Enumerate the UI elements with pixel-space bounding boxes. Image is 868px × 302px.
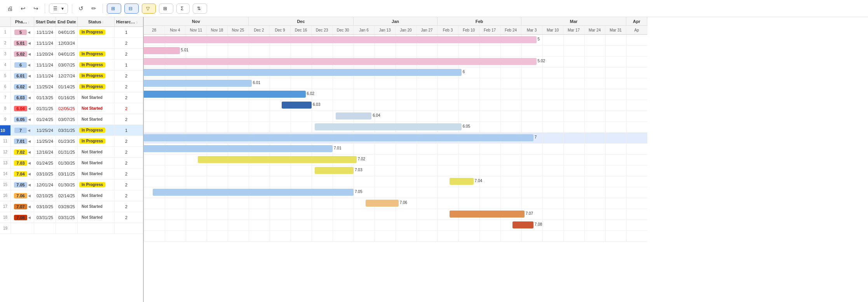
columns-button[interactable]: ⊟ — [124, 4, 139, 14]
gantt-bar[interactable] — [144, 145, 333, 152]
status-cell: In Progress — [78, 27, 115, 37]
group-button[interactable]: ⊞ — [159, 4, 173, 14]
table-row[interactable]: 127.02◀12/16/2401/31/25Not Started2 — [0, 147, 143, 158]
gantt-bar[interactable] — [153, 189, 354, 196]
start-date: 11/11/24 — [34, 27, 56, 37]
gantt-bar-label: 7.06 — [400, 200, 407, 205]
gantt-bar-label: 6 — [463, 70, 465, 74]
table-row[interactable]: 10⋮7◀11/25/2403/31/25In Progress1 — [0, 125, 143, 136]
status-cell: Not Started — [78, 114, 115, 125]
gantt-week-7: Dec 16 — [291, 26, 312, 34]
col-start[interactable]: Start Date↕ — [34, 17, 56, 26]
gantt-bar[interactable] — [512, 221, 533, 228]
gantt-header: NovDecJanFebMarApr28Nov 4Nov 11Nov 18Nov… — [144, 17, 647, 35]
gantt-week-3: Nov 18 — [207, 26, 228, 34]
col-end[interactable]: End Date↕ — [56, 17, 78, 26]
filter-button[interactable]: ▽ — [142, 4, 156, 14]
hierarchy-cell: 2 — [115, 136, 138, 146]
table-row[interactable]: 96.05◀01/24/2503/07/25Not Started2 — [0, 114, 143, 125]
table-row[interactable]: 187.08◀03/31/2503/31/25Not Started2 — [0, 212, 143, 223]
col-status[interactable]: Status↕ — [78, 17, 115, 26]
gantt-bar-label: 6.02 — [307, 91, 314, 96]
gantt-bar-label: 5 — [538, 37, 540, 41]
start-date: 11/25/24 — [34, 125, 56, 135]
table-row[interactable]: 19 — [0, 223, 143, 234]
table-row[interactable]: 177.07◀03/10/2503/28/25Not Started2 — [0, 201, 143, 212]
row-number: 9 — [0, 114, 11, 125]
gantt-bar[interactable] — [450, 211, 525, 218]
table-row[interactable]: 157.05◀12/01/2401/30/25In Progress2 — [0, 179, 143, 190]
phase-cell: 6.02◀ — [11, 82, 34, 92]
redo-button[interactable]: ↪ — [31, 4, 41, 14]
sort-button[interactable]: ⇅ — [193, 4, 207, 14]
table-row[interactable]: 167.06◀02/10/2502/14/25Not Started2 — [0, 190, 143, 201]
gantt-row: 7.05 — [144, 187, 647, 198]
gantt-bar[interactable] — [144, 80, 252, 87]
table-row[interactable]: 46◀11/11/2403/07/25In Progress1 — [0, 60, 143, 70]
gantt-bar-label: 7.03 — [355, 168, 362, 172]
hierarchy-cell: 2 — [115, 191, 138, 201]
gantt-bar[interactable] — [366, 200, 399, 207]
gantt-bar[interactable] — [144, 47, 180, 54]
gantt-bar[interactable] — [336, 112, 372, 119]
gantt-bar[interactable] — [315, 123, 462, 130]
summarize-button[interactable]: Σ — [176, 4, 190, 14]
gantt-bar[interactable] — [144, 58, 537, 65]
gantt-bar-label: 6.01 — [253, 81, 260, 85]
end-date: 01/30/25 — [56, 180, 78, 190]
gantt-bar-label: 5.01 — [181, 48, 188, 52]
table-row[interactable]: 147.04◀03/10/2503/11/25Not Started2 — [0, 169, 143, 179]
brush-button[interactable]: ✏ — [89, 4, 99, 14]
gantt-week-15: Feb 10 — [458, 26, 479, 34]
table-row[interactable]: 15◀11/11/2404/01/25In Progress1 — [0, 27, 143, 38]
gantt-row: 7.08 — [144, 220, 647, 231]
gantt-bar[interactable] — [144, 91, 306, 98]
row-number: 3 — [0, 49, 11, 59]
gantt-bar[interactable] — [144, 134, 533, 141]
gantt-bar[interactable] — [144, 36, 537, 43]
gantt-bar[interactable] — [198, 156, 357, 163]
gantt-row: 7.06 — [144, 198, 647, 209]
table-row[interactable]: 86.04◀01/31/2502/05/25Not Started2 — [0, 103, 143, 114]
phase-cell: 7.02◀ — [11, 147, 34, 157]
table-row[interactable]: 35.02◀11/20/2404/01/25In Progress2 — [0, 49, 143, 60]
start-date: 11/25/24 — [34, 82, 56, 92]
gantt-bar-label: 7.08 — [535, 222, 542, 226]
sheet-button[interactable]: ⊞ — [107, 4, 121, 14]
row-number: 5 — [0, 71, 11, 81]
refresh-button[interactable]: ↺ — [76, 4, 86, 14]
gantt-week-22: Mar 31 — [605, 26, 626, 34]
table-row[interactable]: 117.01◀11/25/2401/23/25In Progress2 — [0, 136, 143, 147]
status-cell: In Progress — [78, 180, 115, 190]
status-cell — [78, 38, 115, 48]
gantt-bar[interactable] — [144, 69, 462, 76]
end-date: 04/01/25 — [56, 27, 78, 37]
gantt-row: 6.05 — [144, 122, 647, 133]
phase-cell: 7.08◀ — [11, 212, 34, 223]
table-row[interactable]: 56.01◀11/11/2412/27/24In Progress2 — [0, 70, 143, 81]
col-hier[interactable]: Hierarc…↕ — [115, 17, 138, 26]
gantt-week-6: Dec 9 — [270, 26, 291, 34]
hierarchy-cell — [115, 223, 138, 234]
col-phase[interactable]: Pha…↕ — [11, 17, 34, 26]
gantt-bar[interactable] — [450, 178, 474, 185]
table-row[interactable]: 137.03◀01/24/2501/30/25Not Started2 — [0, 158, 143, 169]
hierarchy-cell: 2 — [115, 93, 138, 103]
gantt-row: 7.01 — [144, 144, 647, 155]
end-date: 12/27/24 — [56, 71, 78, 81]
gantt-week-2: Nov 11 — [186, 26, 207, 34]
gantt-bar[interactable] — [315, 167, 354, 174]
end-date: 04/01/25 — [56, 49, 78, 59]
undo-button[interactable]: ↩ — [18, 4, 28, 14]
table-row[interactable]: 25.01◀11/11/2412/03/242 — [0, 38, 143, 49]
gantt-row: 5 — [144, 35, 647, 46]
table-body: 15◀11/11/2404/01/25In Progress125.01◀11/… — [0, 27, 143, 234]
gantt-view-button[interactable]: ☰ ▾ — [49, 4, 68, 14]
table-row[interactable]: 76.03◀01/13/2501/16/25Not Started2 — [0, 92, 143, 103]
print-button[interactable]: 🖨 — [5, 4, 15, 13]
gantt-bar[interactable] — [282, 102, 312, 109]
hierarchy-cell: 2 — [115, 180, 138, 190]
table-row[interactable]: 66.02◀11/25/2401/14/25In Progress2 — [0, 81, 143, 92]
row-number: 13 — [0, 158, 11, 168]
gantt-panel[interactable]: NovDecJanFebMarApr28Nov 4Nov 11Nov 18Nov… — [144, 17, 868, 302]
